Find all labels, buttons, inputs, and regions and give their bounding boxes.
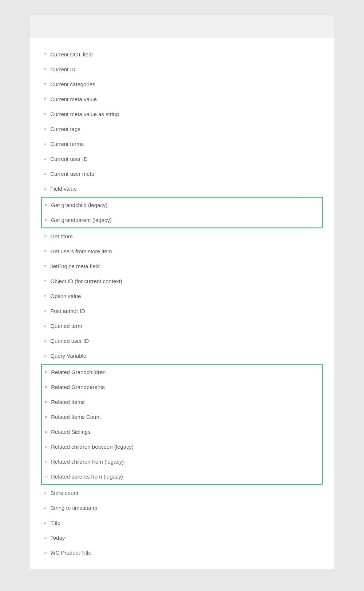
chevron-icon: » [44, 51, 47, 57]
item-label: Today [50, 534, 65, 542]
list-item-queried-term[interactable]: »Queried term [41, 318, 323, 333]
chevron-icon: » [44, 519, 47, 526]
chevron-icon: » [44, 263, 47, 269]
list-item-current-meta-value-as-string[interactable]: »Current meta value as string [41, 107, 323, 122]
chevron-icon: » [44, 337, 47, 344]
list-item-wc-product-title[interactable]: »WC Product Title [41, 545, 323, 560]
chevron-icon: » [44, 140, 47, 147]
list-item-get-store[interactable]: »Get store [41, 229, 323, 244]
item-label: Field value [50, 185, 77, 193]
list-item-field-value[interactable]: »Field value [41, 181, 323, 196]
chevron-icon: » [44, 111, 47, 117]
item-label: Current tags [50, 125, 80, 133]
group-box-related: »Related Grandchildren»Related Grandpare… [41, 364, 323, 485]
item-label: Related children between (legacy) [51, 443, 134, 451]
chevron-icon: » [44, 170, 47, 177]
chevron-icon: » [44, 293, 47, 299]
item-label: Store count [50, 489, 78, 497]
list-item-get-users-from-store-item[interactable]: »Get users from store item [41, 244, 323, 259]
chevron-icon: » [44, 504, 47, 511]
item-label: Title [50, 519, 60, 527]
chevron-icon: » [44, 155, 47, 162]
items-list-3: »Store count»String to timestamp»Title»T… [41, 485, 323, 560]
item-label: Related parents from (legacy) [51, 473, 123, 480]
chevron-icon: » [44, 185, 47, 192]
list-item-string-to-timestamp[interactable]: »String to timestamp [41, 500, 323, 515]
item-label: Query Variable [50, 352, 86, 360]
close-button[interactable] [316, 21, 327, 32]
chevron-icon: » [44, 248, 47, 254]
items-list-2: »Get store»Get users from store item»Jet… [41, 229, 323, 363]
item-label: Current meta value as string [50, 110, 119, 118]
chevron-icon: » [44, 489, 47, 496]
list-item-related-items[interactable]: »Related Items [42, 394, 322, 409]
list-item-current-terms[interactable]: »Current terms [41, 136, 323, 151]
chevron-icon: » [44, 308, 47, 314]
item-label: Option value [50, 292, 81, 300]
group2-items: »Related Grandchildren»Related Grandpare… [42, 365, 322, 484]
chevron-icon: » [44, 322, 47, 329]
list-item-get-grandparent-legacy[interactable]: »Get grandparent (legacy) [42, 213, 322, 227]
list-item-post-author-id[interactable]: »Post author ID [41, 304, 323, 318]
chevron-icon: » [45, 473, 47, 480]
item-label: Get grandchild (legacy) [51, 201, 107, 209]
item-label: Object ID (for current context) [50, 277, 122, 285]
chevron-icon: » [45, 428, 47, 435]
item-label: Current CCT field [50, 51, 92, 58]
list-item-queried-user-id[interactable]: »Queried user ID [41, 333, 323, 348]
list-item-related-grandchildren[interactable]: »Related Grandchildren [42, 365, 322, 380]
item-label: Related Siblings [51, 428, 90, 436]
list-item-related-grandparents[interactable]: »Related Grandparents [42, 380, 322, 394]
list-item-current-tags[interactable]: »Current tags [41, 122, 323, 136]
item-label: Related children from (legacy) [51, 458, 124, 465]
chevron-icon: » [44, 126, 47, 132]
list-item-today[interactable]: »Today [41, 530, 323, 545]
item-label: Current categories [50, 80, 95, 88]
item-label: Current user ID [50, 155, 88, 163]
chevron-icon: » [45, 413, 47, 420]
item-label: Get store [50, 233, 73, 240]
chevron-icon: » [44, 278, 47, 284]
item-label: Get users from store item [50, 247, 112, 255]
list-item-current-user-meta[interactable]: »Current user meta [41, 166, 323, 181]
list-item-related-parents-from-legacy[interactable]: »Related parents from (legacy) [42, 469, 322, 484]
list-item-current-cct-field[interactable]: »Current CCT field [41, 47, 323, 62]
list-item-current-id[interactable]: »Current ID [41, 62, 323, 77]
chevron-icon: » [45, 398, 47, 405]
item-label: Current meta value [50, 95, 97, 103]
chevron-icon: » [45, 369, 47, 375]
list-item-related-children-from-legacy[interactable]: »Related children from (legacy) [42, 454, 322, 469]
group1-items: »Get grandchild (legacy)»Get grandparent… [42, 198, 322, 227]
chevron-icon: » [44, 549, 47, 556]
chevron-icon: » [45, 443, 47, 450]
item-label: Current user meta [50, 170, 94, 178]
list-item-option-value[interactable]: »Option value [41, 289, 323, 304]
chevron-icon: » [44, 233, 47, 239]
list-item-related-siblings[interactable]: »Related Siblings [42, 424, 322, 439]
chevron-icon: » [45, 217, 47, 223]
list-item-title[interactable]: »Title [41, 515, 323, 530]
chevron-icon: » [44, 81, 47, 87]
list-item-object-id-for-current-context[interactable]: »Object ID (for current context) [41, 274, 323, 289]
chevron-icon: » [44, 534, 47, 541]
list-item-get-grandchild-legacy[interactable]: »Get grandchild (legacy) [42, 198, 322, 213]
items-list-1: »Current CCT field»Current ID»Current ca… [41, 47, 323, 196]
chevron-icon: » [45, 202, 47, 208]
list-item-jetengine-meta-field[interactable]: »JetEngine meta field [41, 259, 323, 274]
list-item-related-items-count[interactable]: »Related Items Count [42, 409, 322, 424]
item-label: Related Items Count [51, 413, 101, 421]
item-label: String to timestamp [50, 504, 97, 512]
list-item-current-categories[interactable]: »Current categories [41, 77, 323, 92]
list-item-current-meta-value[interactable]: »Current meta value [41, 92, 323, 107]
list-item-query-variable[interactable]: »Query Variable [41, 348, 323, 363]
modal-body: »Current CCT field»Current ID»Current ca… [29, 38, 335, 569]
item-label: Current terms [50, 140, 84, 148]
list-item-store-count[interactable]: »Store count [41, 485, 323, 500]
item-label: Current ID [50, 66, 75, 73]
list-item-current-user-id[interactable]: »Current user ID [41, 151, 323, 166]
item-label: Get grandparent (legacy) [51, 216, 112, 224]
list-item-related-children-between-legacy[interactable]: »Related children between (legacy) [42, 439, 322, 454]
item-label: Post author ID [50, 307, 85, 315]
item-label: Related Grandparents [51, 383, 105, 391]
item-label: WC Product Title [50, 549, 91, 556]
